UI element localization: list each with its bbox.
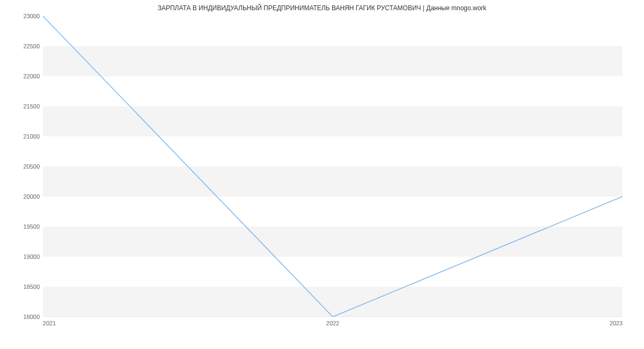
y-tick-label: 19000 [23,253,40,260]
grid-band [43,46,623,76]
chart-svg [43,16,623,317]
grid-band [43,106,623,136]
y-tick-label: 20500 [23,163,40,170]
y-tick-label: 19500 [23,223,40,230]
grid-band [43,287,623,317]
y-tick-label: 21500 [23,103,40,110]
y-tick-label: 23000 [23,13,40,19]
y-tick-label: 18500 [23,283,40,290]
y-tick-label: 22500 [23,43,40,49]
grid-band [43,166,623,197]
x-tick-label: 2023 [610,320,623,326]
grid-bands [43,46,623,317]
plot-area [43,16,623,317]
chart-title: ЗАРПЛАТА В ИНДИВИДУАЛЬНЫЙ ПРЕДПРИНИМАТЕЛ… [0,4,644,12]
chart-container: ЗАРПЛАТА В ИНДИВИДУАЛЬНЫЙ ПРЕДПРИНИМАТЕЛ… [0,0,644,349]
x-tick-label: 2021 [43,320,56,326]
x-tick-label: 2022 [326,320,339,326]
y-tick-label: 22000 [23,73,40,79]
grid-band [43,227,623,257]
y-tick-label: 18000 [23,314,40,320]
y-tick-label: 20000 [23,193,40,200]
y-tick-label: 21000 [23,133,40,140]
